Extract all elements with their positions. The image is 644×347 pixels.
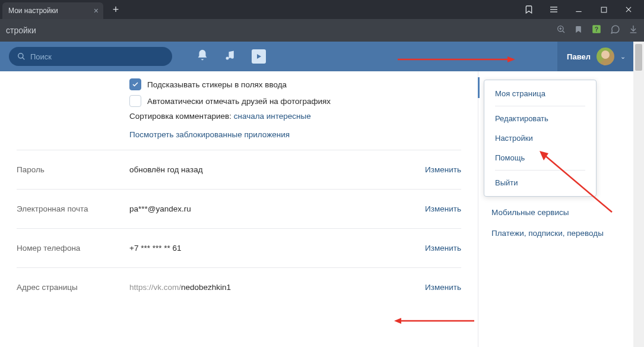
autotag-checkbox[interactable] [129,95,141,107]
bookmark-icon[interactable] [522,2,536,17]
phone-label: Номер телефона [17,244,129,253]
window-minimize-icon[interactable] [572,2,586,17]
annotation-arrow-icon [394,317,477,324]
user-name: Павел [567,52,591,61]
play-button[interactable] [252,49,266,64]
svg-rect-4 [601,7,607,12]
search-box[interactable] [9,47,172,66]
vk-header: Павел ⌄ [0,42,644,71]
sort-row: Сортировка комментариев: сначала интерес… [129,112,461,121]
email-change-link[interactable]: Изменить [425,204,461,213]
menu-icon[interactable] [547,2,561,17]
email-value: pa***@yandex.ru [129,204,425,213]
new-tab-button[interactable]: + [108,2,123,17]
svg-marker-17 [257,54,261,59]
svg-marker-23 [394,318,401,324]
phone-change-link[interactable]: Изменить [425,244,461,253]
tab-title: Мои настройки [8,7,58,15]
tab-close-icon[interactable]: × [94,6,99,15]
window-maximize-icon[interactable] [597,2,611,17]
svg-line-16 [23,58,25,60]
browser-tab-bar: Мои настройки × + [0,0,644,19]
phone-row: Номер телефона +7 *** *** ** 61 Изменить [17,228,461,267]
scroll-thumb[interactable] [635,44,642,71]
stickers-label: Подсказывать стикеры в полях ввода [147,80,287,89]
zoom-icon[interactable] [556,24,566,36]
svg-line-8 [563,31,564,33]
bookmark2-icon[interactable] [574,25,583,36]
phone-value: +7 *** *** ** 61 [129,244,425,253]
email-row: Электронная почта pa***@yandex.ru Измени… [17,189,461,228]
search-input[interactable] [30,52,164,61]
email-label: Электронная почта [17,204,129,213]
feedback-icon[interactable] [610,24,620,37]
password-label: Пароль [17,165,129,174]
annotation-arrow-icon [398,56,516,63]
nav-payments[interactable]: Платежи, подписки, переводы [478,223,644,244]
dd-separator [495,106,585,106]
stickers-checkbox[interactable] [129,78,141,90]
annotation-arrow-icon [538,150,615,215]
svg-point-15 [18,53,23,58]
svg-text:?: ? [595,26,598,33]
chevron-down-icon: ⌄ [620,53,626,61]
dd-settings[interactable]: Настройки [484,128,596,148]
password-value: обновлён год назад [129,165,425,174]
password-row: Пароль обновлён год назад Изменить [17,150,461,189]
user-menu-toggle[interactable]: Павел ⌄ [557,42,635,71]
url-change-link[interactable]: Изменить [425,283,461,292]
address-text[interactable]: стройки [6,26,556,35]
blocked-apps-link[interactable]: Посмотреть заблокированные приложения [129,130,290,139]
dd-edit[interactable]: Редактировать [484,109,596,128]
extension-icon[interactable]: ? [591,24,602,37]
password-change-link[interactable]: Изменить [425,165,461,174]
autotag-label: Автоматически отмечать друзей на фотогра… [147,97,331,106]
svg-line-20 [544,154,612,212]
window-close-icon[interactable] [621,2,636,17]
svg-marker-19 [507,56,515,62]
svg-marker-21 [540,151,548,160]
notifications-icon[interactable] [196,49,209,64]
scrollbar[interactable] [633,42,644,347]
dd-mypage[interactable]: Моя страница [484,84,596,103]
sort-value-link[interactable]: сначала интересные [234,112,311,121]
url-label: Адрес страницы [17,283,129,292]
settings-panel: Подсказывать стикеры в полях ввода Автом… [0,71,478,347]
download-icon[interactable] [629,24,638,36]
address-bar: стройки ? [0,19,644,42]
music-icon[interactable] [224,49,236,64]
url-value: https://vk.com/nedobezhkin1 [129,283,425,292]
url-row: Адрес страницы https://vk.com/nedobezhki… [17,267,461,307]
browser-tab[interactable]: Мои настройки × [2,2,103,19]
avatar [597,48,614,65]
